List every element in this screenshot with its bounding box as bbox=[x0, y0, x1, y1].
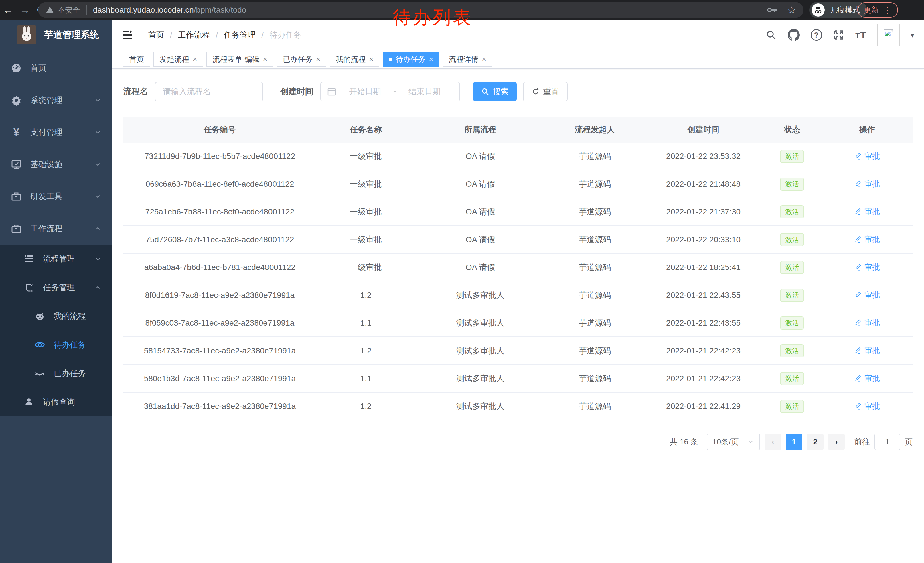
page-url: dashboard.yudao.iocoder.cn/bpm/task/todo bbox=[93, 6, 246, 15]
task-name: 一级审批 bbox=[316, 234, 416, 245]
address-bar[interactable]: 不安全 dashboard.yudao.iocoder.cn/bpm/task/… bbox=[38, 2, 804, 18]
url-host: dashboard.yudao.iocoder.cn bbox=[93, 6, 194, 14]
date-range-picker[interactable]: 开始日期 - 结束日期 bbox=[320, 82, 460, 101]
task-process: OA 请假 bbox=[415, 206, 545, 217]
yen-icon: ¥ bbox=[10, 126, 23, 138]
refresh-icon bbox=[531, 88, 540, 96]
close-icon[interactable]: × bbox=[316, 56, 320, 63]
page-button-2[interactable]: 2 bbox=[807, 434, 824, 450]
approve-link[interactable]: 审批 bbox=[855, 179, 880, 189]
table-row: 069c6a63-7b8a-11ec-8ef0-acde48001122 一级审… bbox=[123, 170, 912, 198]
sidebar-item-my-process[interactable]: 我的流程 bbox=[0, 302, 112, 330]
task-starter: 芋道源码 bbox=[546, 151, 644, 162]
bookmark-star-icon[interactable]: ☆ bbox=[788, 4, 796, 16]
reset-button[interactable]: 重置 bbox=[523, 82, 568, 101]
task-starter: 芋道源码 bbox=[546, 234, 644, 245]
sidebar-item-task-mgmt[interactable]: 任务管理 bbox=[0, 273, 112, 302]
search-button[interactable]: 搜索 bbox=[473, 82, 517, 101]
avatar-caret-icon[interactable]: ▾ bbox=[910, 31, 914, 39]
col-actions: 操作 bbox=[822, 124, 912, 135]
sidebar-item-done-task[interactable]: 已办任务 bbox=[0, 359, 112, 388]
approve-link[interactable]: 审批 bbox=[855, 290, 880, 300]
sidebar-item-process-mgmt[interactable]: 流程管理 bbox=[0, 245, 112, 273]
task-process: OA 请假 bbox=[415, 234, 545, 245]
approve-link[interactable]: 审批 bbox=[855, 151, 880, 161]
goto-page-input[interactable]: 1 bbox=[874, 434, 900, 450]
sidebar-item-payment[interactable]: ¥ 支付管理 bbox=[0, 116, 112, 148]
security-label: 不安全 bbox=[57, 5, 80, 15]
sidebar-item-todo-task[interactable]: 待办任务 bbox=[0, 330, 112, 359]
sidebar-item-label: 我的流程 bbox=[54, 311, 86, 321]
search-icon[interactable] bbox=[765, 29, 777, 41]
sidebar-item-devtools[interactable]: 研发工具 bbox=[0, 180, 112, 213]
security-status[interactable]: 不安全 bbox=[45, 5, 80, 15]
tree-icon bbox=[22, 282, 36, 293]
approve-link[interactable]: 审批 bbox=[855, 318, 880, 328]
approve-link[interactable]: 审批 bbox=[855, 206, 880, 217]
browser-update-button[interactable]: 更新 ⋮ bbox=[857, 2, 898, 18]
chevron-down-icon bbox=[94, 128, 102, 136]
close-icon[interactable]: × bbox=[482, 56, 486, 63]
next-page-button[interactable]: › bbox=[828, 434, 845, 450]
task-process: 测试多审批人 bbox=[415, 401, 545, 412]
breadcrumb-task-mgmt[interactable]: 任务管理 bbox=[224, 30, 256, 41]
approve-link[interactable]: 审批 bbox=[855, 373, 880, 383]
sidebar-item-system[interactable]: 系统管理 bbox=[0, 84, 112, 116]
breadcrumb-home[interactable]: 首页 bbox=[148, 30, 164, 41]
sidebar-item-label: 流程管理 bbox=[43, 254, 75, 264]
task-starter: 芋道源码 bbox=[546, 262, 644, 273]
eye-open-icon bbox=[33, 339, 46, 350]
fullscreen-icon[interactable] bbox=[833, 29, 844, 41]
sidebar-collapse-icon[interactable] bbox=[122, 29, 134, 41]
text-size-icon[interactable]: ᴛT bbox=[855, 30, 867, 41]
tab-my-process[interactable]: 我的流程 × bbox=[330, 52, 379, 67]
browser-menu-icon[interactable]: ⋮ bbox=[883, 5, 892, 15]
tab-start-process[interactable]: 发起流程 × bbox=[153, 52, 203, 67]
browser-forward-icon[interactable]: → bbox=[16, 4, 33, 16]
approve-link[interactable]: 审批 bbox=[855, 234, 880, 245]
eye-closed-icon bbox=[33, 368, 46, 379]
password-key-icon[interactable] bbox=[766, 4, 778, 16]
app-header: 首页 / 工作流程 / 任务管理 / 待办任务 bbox=[112, 20, 924, 50]
task-process: 测试多审批人 bbox=[415, 373, 545, 384]
close-icon[interactable]: × bbox=[429, 56, 433, 63]
close-icon[interactable]: × bbox=[193, 56, 197, 63]
page-button-1[interactable]: 1 bbox=[786, 434, 802, 450]
process-name-input[interactable]: 请输入流程名 bbox=[155, 82, 263, 101]
tab-done-task[interactable]: 已办任务 × bbox=[277, 52, 326, 67]
avatar[interactable] bbox=[878, 24, 900, 46]
close-icon[interactable]: × bbox=[263, 56, 267, 63]
task-process: OA 请假 bbox=[415, 262, 545, 273]
task-starter: 芋道源码 bbox=[546, 290, 644, 301]
tab-todo-task[interactable]: 待办任务 × bbox=[383, 52, 439, 67]
browser-back-icon[interactable]: ← bbox=[0, 4, 16, 16]
sidebar-item-workflow[interactable]: 工作流程 bbox=[0, 213, 112, 245]
create-time-label: 创建时间 bbox=[280, 86, 314, 98]
approve-link[interactable]: 审批 bbox=[855, 401, 880, 411]
sidebar-item-leave-query[interactable]: 请假查询 bbox=[0, 388, 112, 416]
sidebar-item-infra[interactable]: 基础设施 bbox=[0, 148, 112, 180]
page-size-select[interactable]: 10条/页 bbox=[707, 434, 760, 450]
approve-link[interactable]: 审批 bbox=[855, 345, 880, 356]
chevron-down-icon bbox=[94, 255, 102, 263]
help-icon[interactable]: ? bbox=[811, 29, 822, 41]
search-icon bbox=[481, 88, 489, 96]
monitor-check-icon bbox=[10, 159, 23, 170]
prev-page-button[interactable]: ‹ bbox=[765, 434, 781, 450]
github-icon[interactable] bbox=[788, 29, 800, 41]
task-name: 一级审批 bbox=[316, 179, 416, 189]
tab-process-form-edit[interactable]: 流程表单-编辑 × bbox=[206, 52, 273, 67]
breadcrumb-workflow[interactable]: 工作流程 bbox=[178, 30, 210, 41]
goto-label: 前往 bbox=[855, 437, 870, 447]
tab-home[interactable]: 首页 bbox=[123, 52, 150, 67]
close-icon[interactable]: × bbox=[369, 56, 373, 63]
chevron-up-icon bbox=[94, 225, 102, 233]
tab-process-detail[interactable]: 流程详情 × bbox=[443, 52, 492, 67]
breadcrumb-current: 待办任务 bbox=[269, 30, 302, 41]
sidebar-item-label: 基础设施 bbox=[30, 159, 62, 170]
sidebar-item-home[interactable]: 首页 bbox=[0, 52, 112, 84]
task-name: 1.2 bbox=[316, 402, 416, 411]
sidebar: 芋道管理系统 首页 bbox=[0, 20, 112, 563]
approve-link[interactable]: 审批 bbox=[855, 262, 880, 272]
status-badge: 激活 bbox=[780, 317, 804, 330]
